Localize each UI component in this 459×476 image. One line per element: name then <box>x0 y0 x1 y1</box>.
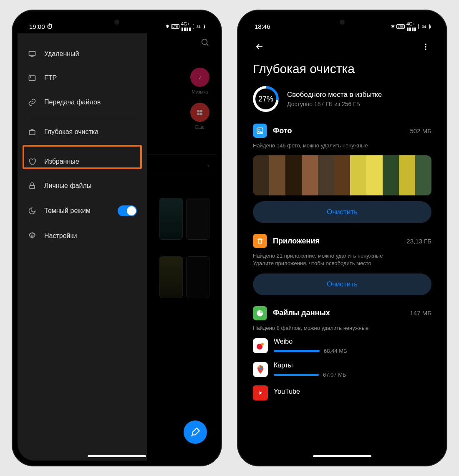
weibo-icon <box>253 338 268 353</box>
phone-left: 19:00 ⏱ ✱ LTE 4G+▮▮▮▮ 31 Удаленный <box>13 10 221 466</box>
svg-rect-0 <box>29 51 35 56</box>
notification-icon: ⏱ <box>47 23 53 30</box>
section-data-head[interactable]: Файлы данных 147 МБ <box>253 306 431 320</box>
screen-left: 19:00 ⏱ ✱ LTE 4G+▮▮▮▮ 31 Удаленный <box>18 15 216 461</box>
drawer-item-private[interactable]: Личные файлы <box>18 174 147 198</box>
signal-icon: 4G+▮▮▮▮ <box>181 21 191 32</box>
ftp-icon <box>28 73 37 83</box>
drawer-item-deepclean[interactable]: Глубокая очистка <box>18 120 147 144</box>
thumbnail[interactable] <box>159 198 183 240</box>
section-size: 23,13 ГБ <box>406 238 431 245</box>
chart-icon <box>253 306 267 320</box>
file-bar <box>274 374 319 376</box>
drawer-item-settings[interactable]: Настройки <box>18 224 147 248</box>
drawer-item-label: Передача файлов <box>44 99 101 106</box>
storage-percent: 27% <box>258 95 273 104</box>
drawer-item-label: Личные файлы <box>44 182 91 190</box>
svg-point-5 <box>31 235 33 237</box>
darkmode-toggle[interactable] <box>118 205 137 216</box>
clean-icon <box>28 127 37 137</box>
file-item-maps[interactable]: Карты 67,07 МБ <box>253 362 431 378</box>
photo-preview[interactable] <box>253 155 431 195</box>
svg-rect-7 <box>197 110 199 112</box>
gear-icon <box>28 231 37 241</box>
monitor-icon <box>28 49 37 58</box>
thumbnail[interactable] <box>159 256 183 298</box>
clock: 19:00 <box>29 23 45 30</box>
category-more[interactable]: Еще <box>190 103 209 129</box>
drawer-item-label: FTP <box>44 74 57 82</box>
status-icons: ✱ LTE 4G+▮▮▮▮ 34 <box>391 21 430 32</box>
thumbnail[interactable] <box>186 256 209 298</box>
home-indicator[interactable] <box>88 455 146 457</box>
clean-photos-button[interactable]: Очистить <box>253 201 431 223</box>
drawer-item-ftp[interactable]: FTP <box>18 66 147 90</box>
file-name: YouTube <box>274 388 431 395</box>
svg-rect-3 <box>29 131 35 135</box>
file-size: 68,44 МБ <box>324 348 347 354</box>
file-bar <box>274 350 320 352</box>
lte-icon: LTE <box>396 24 405 29</box>
more-vert-icon <box>421 43 430 51</box>
lte-icon: LTE <box>171 24 179 29</box>
bluetooth-icon: ✱ <box>166 24 169 29</box>
section-size: 147 МБ <box>410 309 431 316</box>
menu-button[interactable] <box>421 43 430 53</box>
drawer-item-label: Удаленный <box>44 50 79 58</box>
bluetooth-icon: ✱ <box>391 24 395 29</box>
battery-indicator: 34 <box>418 24 430 29</box>
drawer-item-remote[interactable]: Удаленный <box>18 42 147 66</box>
maps-icon <box>253 362 268 377</box>
trash-icon <box>253 234 267 248</box>
file-item-youtube[interactable]: YouTube <box>253 385 431 400</box>
status-icons: ✱ LTE 4G+▮▮▮▮ 31 <box>166 21 204 32</box>
home-indicator[interactable] <box>313 455 371 457</box>
link-icon <box>28 98 37 107</box>
drawer-item-label: Темный режим <box>44 207 91 215</box>
youtube-icon <box>253 385 268 400</box>
phone-right: 18:46 ✱ LTE 4G+▮▮▮▮ 34 Глубокая очистка <box>238 10 446 466</box>
section-apps-head[interactable]: Приложения 23,13 ГБ <box>253 234 431 248</box>
svg-point-15 <box>258 129 260 130</box>
page-title: Глубокая очистка <box>253 62 431 76</box>
clean-fab[interactable] <box>184 420 207 444</box>
storage-status: Свободного места в избытке <box>287 91 382 99</box>
thumbnail-row <box>154 256 209 298</box>
drawer-item-transfer[interactable]: Передача файлов <box>18 90 147 114</box>
background-content: ♪ Музыка Еще › <box>147 33 216 461</box>
brush-icon <box>190 427 201 438</box>
svg-point-6 <box>202 39 207 45</box>
section-photo-head[interactable]: Фото 502 МБ <box>253 124 431 138</box>
divider <box>28 147 137 147</box>
svg-point-2 <box>30 77 31 78</box>
divider <box>28 117 137 117</box>
svg-rect-10 <box>200 113 202 115</box>
music-icon: ♪ <box>190 68 209 87</box>
storage-ring: 27% <box>253 86 279 112</box>
section-sub: Найдено 146 фото, можно удалить ненужные <box>253 142 431 149</box>
svg-rect-9 <box>197 113 199 115</box>
svg-rect-1 <box>29 76 35 81</box>
section-title: Файлы данных <box>273 309 404 317</box>
search-icon[interactable] <box>200 38 209 47</box>
category-music[interactable]: ♪ Музыка <box>190 68 209 94</box>
svg-point-13 <box>425 48 426 50</box>
lock-icon <box>28 181 37 190</box>
camera-notch <box>114 20 119 25</box>
battery-indicator: 31 <box>193 24 204 29</box>
storage-detail: Доступно 187 ГБ из 256 ГБ <box>287 101 382 107</box>
storage-summary: 27% Свободного места в избытке Доступно … <box>253 86 431 112</box>
drawer-item-label: Глубокая очистка <box>44 128 98 136</box>
section-sub: Найдено 21 приложение, можно удалить нен… <box>253 252 431 267</box>
back-button[interactable] <box>255 42 265 53</box>
section-size: 502 МБ <box>410 127 431 134</box>
clean-apps-button[interactable]: Очистить <box>253 273 431 295</box>
file-item-weibo[interactable]: Weibo 68,44 МБ <box>253 338 431 354</box>
screen-right: 18:46 ✱ LTE 4G+▮▮▮▮ 34 Глубокая очистка <box>243 15 441 461</box>
drawer-item-favorites[interactable]: Избранные <box>18 149 147 174</box>
thumbnail[interactable] <box>186 198 209 240</box>
drawer-item-darkmode[interactable]: Темный режим <box>18 198 147 224</box>
clock: 18:46 <box>255 23 270 30</box>
photo-icon <box>253 124 267 138</box>
svg-point-17 <box>261 343 264 345</box>
